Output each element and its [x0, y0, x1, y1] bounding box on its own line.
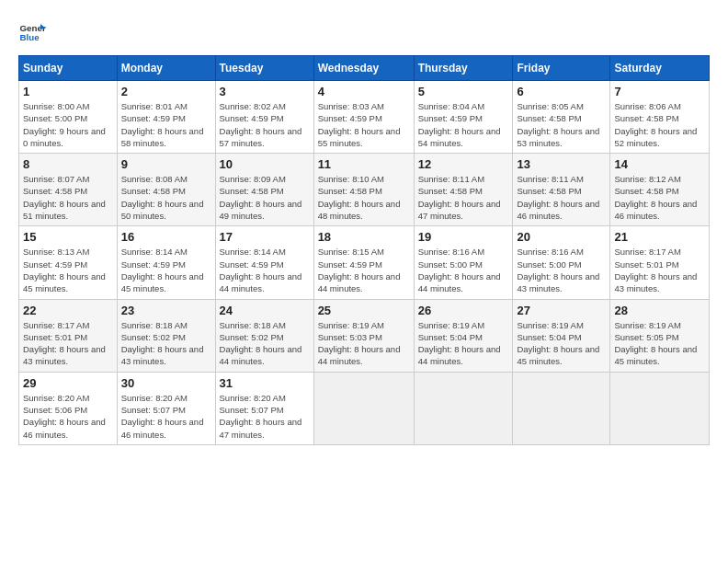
calendar-week-row: 1 Sunrise: 8:00 AM Sunset: 5:00 PM Dayli…	[19, 81, 710, 154]
day-number: 30	[121, 376, 211, 390]
day-number: 12	[418, 157, 509, 171]
logo-icon: General Blue	[18, 18, 46, 46]
day-number: 20	[517, 230, 606, 244]
weekday-header: Sunday	[19, 56, 118, 81]
calendar-cell: 9 Sunrise: 8:08 AM Sunset: 4:58 PM Dayli…	[117, 154, 215, 226]
calendar-week-row: 22 Sunrise: 8:17 AM Sunset: 5:01 PM Dayl…	[19, 299, 710, 372]
calendar-cell: 8 Sunrise: 8:07 AM Sunset: 4:58 PM Dayli…	[19, 154, 118, 226]
calendar-cell: 1 Sunrise: 8:00 AM Sunset: 5:00 PM Dayli…	[19, 81, 118, 154]
day-number: 7	[614, 85, 705, 98]
weekday-header: Friday	[513, 56, 610, 81]
svg-text:Blue: Blue	[20, 32, 40, 42]
calendar-cell: 24 Sunrise: 8:18 AM Sunset: 5:02 PM Dayl…	[215, 299, 313, 372]
day-info: Sunrise: 8:18 AM Sunset: 5:02 PM Dayligh…	[220, 319, 310, 368]
day-number: 8	[23, 157, 113, 171]
day-info: Sunrise: 8:17 AM Sunset: 5:01 PM Dayligh…	[23, 319, 113, 368]
calendar-cell	[414, 372, 513, 444]
calendar-week-row: 29 Sunrise: 8:20 AM Sunset: 5:06 PM Dayl…	[19, 372, 710, 444]
day-number: 29	[23, 376, 113, 390]
calendar-cell: 7 Sunrise: 8:06 AM Sunset: 4:58 PM Dayli…	[610, 81, 710, 154]
calendar-cell: 16 Sunrise: 8:14 AM Sunset: 4:59 PM Dayl…	[117, 226, 215, 299]
day-number: 21	[614, 230, 705, 244]
day-number: 9	[121, 157, 211, 171]
day-info: Sunrise: 8:19 AM Sunset: 5:03 PM Dayligh…	[318, 319, 410, 368]
day-number: 18	[318, 230, 410, 244]
calendar-cell: 25 Sunrise: 8:19 AM Sunset: 5:03 PM Dayl…	[313, 299, 414, 372]
calendar-cell	[513, 372, 610, 444]
calendar-cell: 31 Sunrise: 8:20 AM Sunset: 5:07 PM Dayl…	[215, 372, 313, 444]
day-info: Sunrise: 8:14 AM Sunset: 4:59 PM Dayligh…	[121, 246, 211, 294]
page-header: General Blue	[18, 18, 710, 46]
calendar-cell: 13 Sunrise: 8:11 AM Sunset: 4:58 PM Dayl…	[513, 154, 610, 226]
calendar-cell: 20 Sunrise: 8:16 AM Sunset: 5:00 PM Dayl…	[513, 226, 610, 299]
day-info: Sunrise: 8:04 AM Sunset: 4:59 PM Dayligh…	[418, 100, 509, 149]
day-info: Sunrise: 8:13 AM Sunset: 4:59 PM Dayligh…	[23, 246, 113, 294]
calendar-cell: 30 Sunrise: 8:20 AM Sunset: 5:07 PM Dayl…	[117, 372, 215, 444]
calendar-cell: 4 Sunrise: 8:03 AM Sunset: 4:59 PM Dayli…	[313, 81, 414, 154]
day-info: Sunrise: 8:20 AM Sunset: 5:07 PM Dayligh…	[220, 392, 310, 441]
calendar-cell: 18 Sunrise: 8:15 AM Sunset: 4:59 PM Dayl…	[313, 226, 414, 299]
day-number: 2	[121, 85, 211, 98]
calendar-cell: 17 Sunrise: 8:14 AM Sunset: 4:59 PM Dayl…	[215, 226, 313, 299]
day-number: 13	[517, 157, 606, 171]
calendar-cell: 21 Sunrise: 8:17 AM Sunset: 5:01 PM Dayl…	[610, 226, 710, 299]
day-info: Sunrise: 8:18 AM Sunset: 5:02 PM Dayligh…	[121, 319, 211, 368]
calendar-cell: 2 Sunrise: 8:01 AM Sunset: 4:59 PM Dayli…	[117, 81, 215, 154]
calendar-cell: 3 Sunrise: 8:02 AM Sunset: 4:59 PM Dayli…	[215, 81, 313, 154]
calendar-cell: 29 Sunrise: 8:20 AM Sunset: 5:06 PM Dayl…	[19, 372, 118, 444]
day-number: 25	[318, 304, 410, 317]
calendar-cell: 22 Sunrise: 8:17 AM Sunset: 5:01 PM Dayl…	[19, 299, 118, 372]
calendar-cell: 27 Sunrise: 8:19 AM Sunset: 5:04 PM Dayl…	[513, 299, 610, 372]
day-info: Sunrise: 8:17 AM Sunset: 5:01 PM Dayligh…	[614, 246, 705, 294]
day-info: Sunrise: 8:05 AM Sunset: 4:58 PM Dayligh…	[517, 100, 606, 149]
day-number: 5	[418, 85, 509, 98]
day-info: Sunrise: 8:11 AM Sunset: 4:58 PM Dayligh…	[517, 173, 606, 222]
calendar-cell: 14 Sunrise: 8:12 AM Sunset: 4:58 PM Dayl…	[610, 154, 710, 226]
calendar-cell: 28 Sunrise: 8:19 AM Sunset: 5:05 PM Dayl…	[610, 299, 710, 372]
weekday-header: Tuesday	[215, 56, 313, 81]
day-number: 14	[614, 157, 705, 171]
day-number: 4	[318, 85, 410, 98]
calendar-table: SundayMondayTuesdayWednesdayThursdayFrid…	[18, 55, 710, 445]
day-info: Sunrise: 8:02 AM Sunset: 4:59 PM Dayligh…	[220, 100, 310, 149]
day-info: Sunrise: 8:06 AM Sunset: 4:58 PM Dayligh…	[614, 100, 705, 149]
day-number: 23	[121, 304, 211, 317]
calendar-cell	[610, 372, 710, 444]
day-number: 1	[23, 85, 113, 98]
day-info: Sunrise: 8:10 AM Sunset: 4:58 PM Dayligh…	[318, 173, 410, 222]
day-info: Sunrise: 8:20 AM Sunset: 5:07 PM Dayligh…	[121, 392, 211, 441]
day-info: Sunrise: 8:20 AM Sunset: 5:06 PM Dayligh…	[23, 392, 113, 441]
day-number: 19	[418, 230, 509, 244]
calendar-cell: 12 Sunrise: 8:11 AM Sunset: 4:58 PM Dayl…	[414, 154, 513, 226]
calendar-cell: 23 Sunrise: 8:18 AM Sunset: 5:02 PM Dayl…	[117, 299, 215, 372]
calendar-cell: 26 Sunrise: 8:19 AM Sunset: 5:04 PM Dayl…	[414, 299, 513, 372]
day-number: 31	[220, 376, 310, 390]
day-info: Sunrise: 8:03 AM Sunset: 4:59 PM Dayligh…	[318, 100, 410, 149]
day-info: Sunrise: 8:09 AM Sunset: 4:58 PM Dayligh…	[220, 173, 310, 222]
day-info: Sunrise: 8:16 AM Sunset: 5:00 PM Dayligh…	[418, 246, 509, 294]
day-number: 26	[418, 304, 509, 317]
day-number: 11	[318, 157, 410, 171]
day-number: 15	[23, 230, 113, 244]
calendar-cell: 15 Sunrise: 8:13 AM Sunset: 4:59 PM Dayl…	[19, 226, 118, 299]
weekday-header: Thursday	[414, 56, 513, 81]
day-number: 17	[220, 230, 310, 244]
day-info: Sunrise: 8:19 AM Sunset: 5:04 PM Dayligh…	[418, 319, 509, 368]
day-number: 27	[517, 304, 606, 317]
day-number: 3	[220, 85, 310, 98]
day-info: Sunrise: 8:11 AM Sunset: 4:58 PM Dayligh…	[418, 173, 509, 222]
calendar-week-row: 8 Sunrise: 8:07 AM Sunset: 4:58 PM Dayli…	[19, 154, 710, 226]
day-info: Sunrise: 8:14 AM Sunset: 4:59 PM Dayligh…	[220, 246, 310, 294]
day-info: Sunrise: 8:07 AM Sunset: 4:58 PM Dayligh…	[23, 173, 113, 222]
calendar-week-row: 15 Sunrise: 8:13 AM Sunset: 4:59 PM Dayl…	[19, 226, 710, 299]
day-number: 10	[220, 157, 310, 171]
day-number: 24	[220, 304, 310, 317]
day-info: Sunrise: 8:08 AM Sunset: 4:58 PM Dayligh…	[121, 173, 211, 222]
day-info: Sunrise: 8:16 AM Sunset: 5:00 PM Dayligh…	[517, 246, 606, 294]
calendar-cell	[313, 372, 414, 444]
day-info: Sunrise: 8:15 AM Sunset: 4:59 PM Dayligh…	[318, 246, 410, 294]
calendar-cell: 19 Sunrise: 8:16 AM Sunset: 5:00 PM Dayl…	[414, 226, 513, 299]
day-info: Sunrise: 8:00 AM Sunset: 5:00 PM Dayligh…	[23, 100, 113, 149]
day-info: Sunrise: 8:19 AM Sunset: 5:04 PM Dayligh…	[517, 319, 606, 368]
day-info: Sunrise: 8:12 AM Sunset: 4:58 PM Dayligh…	[614, 173, 705, 222]
